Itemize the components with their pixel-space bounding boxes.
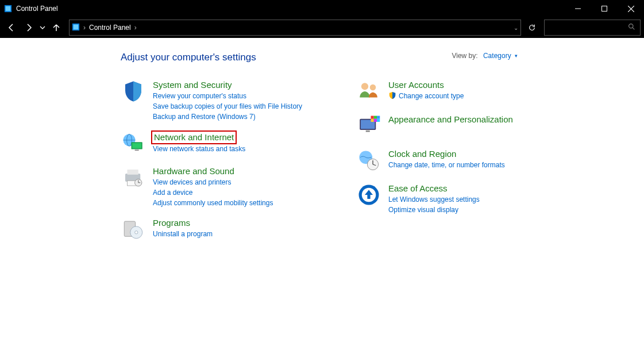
titlebar: Control Panel (0, 0, 644, 17)
forward-button[interactable] (21, 20, 37, 36)
printer-icon (121, 166, 146, 191)
svg-rect-32 (377, 116, 380, 119)
category-column-right: User Accounts Change account type (356, 79, 540, 243)
category-title[interactable]: Clock and Region (388, 148, 505, 160)
svg-rect-29 (366, 130, 370, 132)
category-link[interactable]: Save backup copies of your files with Fi… (153, 102, 302, 112)
recent-locations-button[interactable] (38, 20, 47, 36)
page-heading: Adjust your computer's settings (121, 52, 644, 63)
window-title: Control Panel (16, 5, 58, 13)
category-user-accounts: User Accounts Change account type (356, 79, 540, 105)
category-link[interactable]: Add a device (153, 188, 273, 198)
category-title[interactable]: Programs (153, 217, 213, 229)
refresh-button[interactable] (525, 20, 539, 35)
svg-rect-31 (374, 116, 377, 119)
uac-shield-icon (388, 91, 396, 99)
category-appearance: Appearance and Personalization (356, 114, 540, 139)
monitor-colors-icon (356, 114, 381, 139)
category-link[interactable]: Adjust commonly used mobility settings (153, 198, 273, 208)
svg-rect-34 (374, 119, 377, 122)
breadcrumb-root[interactable]: Control Panel (89, 24, 131, 32)
category-link[interactable]: Backup and Restore (Windows 7) (153, 112, 302, 122)
svg-rect-17 (128, 170, 138, 175)
svg-point-24 (135, 231, 138, 234)
category-title[interactable]: Appearance and Personalization (388, 114, 513, 125)
globe-monitor-icon (121, 131, 146, 156)
category-column-left: System and Security Review your computer… (121, 79, 304, 243)
view-by-control[interactable]: View by: Category ▾ (452, 52, 518, 60)
control-panel-window: Control Panel › (0, 0, 644, 361)
category-link[interactable]: View devices and printers (153, 178, 273, 187)
view-by-value: Category (483, 52, 511, 60)
search-icon (628, 23, 635, 32)
svg-rect-3 (602, 6, 607, 11)
svg-rect-30 (371, 116, 374, 119)
svg-rect-7 (74, 24, 79, 29)
svg-point-26 (370, 85, 376, 91)
category-link[interactable]: View network status and tasks (153, 144, 245, 154)
svg-rect-15 (135, 149, 139, 151)
back-button[interactable] (3, 20, 20, 36)
close-button[interactable] (618, 0, 644, 17)
address-bar-wrap: › Control Panel › ⌄ (69, 20, 539, 36)
category-network-internet: Network and Internet View network status… (121, 131, 304, 156)
disc-box-icon (121, 217, 146, 243)
clock-globe-icon (356, 148, 381, 174)
category-link[interactable]: Optimize visual display (388, 205, 480, 215)
category-ease-of-access: Ease of Access Let Windows suggest setti… (356, 183, 540, 215)
shield-icon (121, 79, 146, 105)
view-by-label: View by: (452, 52, 477, 60)
maximize-button[interactable] (591, 0, 618, 17)
category-link[interactable]: Let Windows suggest settings (388, 195, 480, 205)
minimize-button[interactable] (565, 0, 591, 17)
category-title[interactable]: System and Security (153, 79, 302, 91)
control-panel-icon (3, 4, 13, 13)
svg-rect-1 (6, 6, 11, 11)
search-box[interactable] (544, 20, 641, 36)
category-link[interactable]: Uninstall a program (153, 229, 213, 239)
category-title[interactable]: Ease of Access (388, 183, 480, 194)
category-title[interactable]: Hardware and Sound (153, 166, 273, 177)
svg-rect-35 (377, 119, 380, 122)
address-icon (72, 23, 80, 33)
address-dropdown-icon[interactable]: ⌄ (514, 25, 518, 31)
category-title[interactable]: Network and Internet (151, 130, 237, 144)
category-link[interactable]: Change account type (388, 91, 464, 101)
category-link[interactable]: Review your computer's status (153, 91, 302, 101)
up-button[interactable] (48, 20, 64, 36)
category-system-security: System and Security Review your computer… (121, 79, 304, 122)
category-hardware-sound: Hardware and Sound View devices and prin… (121, 166, 304, 208)
category-link[interactable]: Change date, time, or number formats (388, 160, 505, 170)
category-title[interactable]: User Accounts (388, 79, 464, 91)
content-area: Adjust your computer's settings View by:… (0, 38, 644, 243)
category-clock-region: Clock and Region Change date, time, or n… (356, 148, 540, 174)
chevron-down-icon: ▾ (515, 53, 518, 59)
people-icon (356, 79, 381, 105)
svg-rect-14 (132, 143, 141, 148)
category-link-text: Change account type (399, 92, 464, 100)
svg-line-9 (633, 28, 634, 29)
svg-point-8 (629, 24, 633, 28)
ease-of-access-icon (356, 183, 381, 208)
category-programs: Programs Uninstall a program (121, 217, 304, 243)
chevron-right-icon: › (83, 24, 86, 32)
address-bar[interactable]: › Control Panel › ⌄ (69, 20, 521, 36)
chevron-right-icon: › (134, 24, 137, 32)
navbar: › Control Panel › ⌄ (0, 17, 644, 38)
svg-rect-33 (371, 119, 374, 122)
svg-point-25 (361, 83, 368, 90)
